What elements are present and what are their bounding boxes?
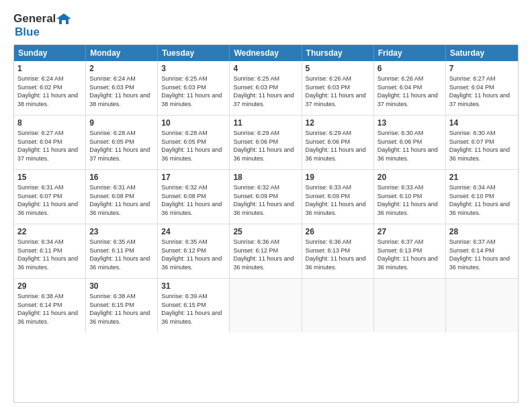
logo: General Blue	[13, 12, 71, 39]
cell-info: Sunrise: 6:38 AMSunset: 6:14 PMDaylight:…	[17, 292, 82, 326]
cell-info: Sunrise: 6:33 AMSunset: 6:10 PMDaylight:…	[378, 183, 442, 217]
calendar-cell: 16Sunrise: 6:31 AMSunset: 6:08 PMDayligh…	[86, 170, 158, 224]
day-number: 11	[233, 118, 298, 128]
day-number: 13	[378, 118, 442, 128]
cell-info: Sunrise: 6:35 AMSunset: 6:11 PMDaylight:…	[89, 238, 154, 271]
calendar-cell: 30Sunrise: 6:38 AMSunset: 6:15 PMDayligh…	[86, 279, 158, 332]
day-number: 15	[17, 172, 82, 183]
cell-info: Sunrise: 6:36 AMSunset: 6:13 PMDaylight:…	[306, 238, 370, 271]
calendar-cell: 26Sunrise: 6:36 AMSunset: 6:13 PMDayligh…	[302, 224, 374, 278]
calendar: SundayMondayTuesdayWednesdayThursdayFrid…	[13, 44, 519, 403]
cell-info: Sunrise: 6:28 AMSunset: 6:05 PMDaylight:…	[161, 129, 226, 163]
calendar-cell: 9Sunrise: 6:28 AMSunset: 6:05 PMDaylight…	[86, 116, 158, 169]
day-number: 24	[161, 226, 226, 237]
day-number: 8	[17, 118, 82, 128]
cell-info: Sunrise: 6:30 AMSunset: 6:07 PMDaylight:…	[449, 129, 515, 163]
day-number: 6	[378, 63, 442, 74]
calendar-cell: 17Sunrise: 6:32 AMSunset: 6:08 PMDayligh…	[158, 170, 230, 224]
calendar-cell: 29Sunrise: 6:38 AMSunset: 6:14 PMDayligh…	[14, 279, 86, 332]
cell-info: Sunrise: 6:37 AMSunset: 6:14 PMDaylight:…	[449, 238, 515, 271]
header-day-monday: Monday	[86, 45, 158, 61]
day-number: 2	[89, 63, 154, 74]
logo-general: General	[13, 12, 56, 26]
cell-info: Sunrise: 6:34 AMSunset: 6:11 PMDaylight:…	[17, 238, 82, 271]
calendar-cell: 22Sunrise: 6:34 AMSunset: 6:11 PMDayligh…	[14, 224, 86, 278]
day-number: 7	[449, 63, 515, 74]
calendar-cell: 19Sunrise: 6:33 AMSunset: 6:09 PMDayligh…	[302, 170, 374, 224]
day-number: 27	[378, 226, 442, 237]
cell-info: Sunrise: 6:26 AMSunset: 6:03 PMDaylight:…	[306, 75, 370, 108]
day-number: 10	[161, 118, 226, 128]
day-number: 29	[17, 281, 82, 291]
calendar-cell: 11Sunrise: 6:29 AMSunset: 6:06 PMDayligh…	[230, 116, 302, 169]
logo-blue: Blue	[13, 26, 40, 39]
header-day-friday: Friday	[374, 45, 446, 61]
cell-info: Sunrise: 6:25 AMSunset: 6:03 PMDaylight:…	[161, 75, 226, 108]
calendar-cell	[446, 279, 518, 332]
calendar-cell: 10Sunrise: 6:28 AMSunset: 6:05 PMDayligh…	[158, 116, 230, 169]
calendar-cell: 31Sunrise: 6:39 AMSunset: 6:15 PMDayligh…	[158, 279, 230, 332]
day-number: 18	[233, 172, 298, 183]
logo-flag-icon	[56, 13, 71, 24]
calendar-row-4: 22Sunrise: 6:34 AMSunset: 6:11 PMDayligh…	[14, 224, 518, 279]
calendar-cell: 2Sunrise: 6:24 AMSunset: 6:03 PMDaylight…	[86, 61, 158, 115]
calendar-cell: 4Sunrise: 6:25 AMSunset: 6:03 PMDaylight…	[230, 61, 302, 115]
day-number: 4	[233, 63, 298, 74]
calendar-row-2: 8Sunrise: 6:27 AMSunset: 6:04 PMDaylight…	[14, 116, 518, 170]
calendar-cell	[374, 279, 446, 332]
cell-info: Sunrise: 6:32 AMSunset: 6:08 PMDaylight:…	[161, 183, 226, 217]
cell-info: Sunrise: 6:29 AMSunset: 6:06 PMDaylight:…	[233, 129, 298, 163]
calendar-cell: 8Sunrise: 6:27 AMSunset: 6:04 PMDaylight…	[14, 116, 86, 169]
calendar-cell: 1Sunrise: 6:24 AMSunset: 6:02 PMDaylight…	[14, 61, 86, 115]
calendar-cell: 18Sunrise: 6:32 AMSunset: 6:09 PMDayligh…	[230, 170, 302, 224]
calendar-cell: 28Sunrise: 6:37 AMSunset: 6:14 PMDayligh…	[446, 224, 518, 278]
cell-info: Sunrise: 6:36 AMSunset: 6:12 PMDaylight:…	[233, 238, 298, 271]
header-day-tuesday: Tuesday	[158, 45, 230, 61]
calendar-cell: 25Sunrise: 6:36 AMSunset: 6:12 PMDayligh…	[230, 224, 302, 278]
calendar-cell: 23Sunrise: 6:35 AMSunset: 6:11 PMDayligh…	[86, 224, 158, 278]
page-header: General Blue	[13, 12, 519, 39]
cell-info: Sunrise: 6:29 AMSunset: 6:06 PMDaylight:…	[306, 129, 370, 163]
calendar-cell: 21Sunrise: 6:34 AMSunset: 6:10 PMDayligh…	[446, 170, 518, 224]
day-number: 5	[306, 63, 370, 74]
day-number: 19	[306, 172, 370, 183]
day-number: 31	[161, 281, 226, 291]
cell-info: Sunrise: 6:37 AMSunset: 6:13 PMDaylight:…	[378, 238, 442, 271]
cell-info: Sunrise: 6:32 AMSunset: 6:09 PMDaylight:…	[233, 183, 298, 217]
day-number: 16	[89, 172, 154, 183]
cell-info: Sunrise: 6:27 AMSunset: 6:04 PMDaylight:…	[17, 129, 82, 163]
calendar-cell: 7Sunrise: 6:27 AMSunset: 6:04 PMDaylight…	[446, 61, 518, 115]
header-day-saturday: Saturday	[446, 45, 518, 61]
calendar-cell	[302, 279, 374, 332]
day-number: 26	[306, 226, 370, 237]
header-day-wednesday: Wednesday	[230, 45, 302, 61]
day-number: 30	[89, 281, 154, 291]
day-number: 9	[89, 118, 154, 128]
day-number: 20	[378, 172, 442, 183]
calendar-header: SundayMondayTuesdayWednesdayThursdayFrid…	[14, 45, 518, 61]
day-number: 17	[161, 172, 226, 183]
header-day-thursday: Thursday	[302, 45, 374, 61]
cell-info: Sunrise: 6:34 AMSunset: 6:10 PMDaylight:…	[449, 183, 515, 217]
day-number: 23	[89, 226, 154, 237]
cell-info: Sunrise: 6:31 AMSunset: 6:08 PMDaylight:…	[89, 183, 154, 217]
day-number: 25	[233, 226, 298, 237]
cell-info: Sunrise: 6:35 AMSunset: 6:12 PMDaylight:…	[161, 238, 226, 271]
day-number: 21	[449, 172, 515, 183]
day-number: 1	[17, 63, 82, 74]
calendar-cell	[230, 279, 302, 332]
cell-info: Sunrise: 6:27 AMSunset: 6:04 PMDaylight:…	[449, 75, 515, 108]
day-number: 3	[161, 63, 226, 74]
cell-info: Sunrise: 6:28 AMSunset: 6:05 PMDaylight:…	[89, 129, 154, 163]
calendar-row-5: 29Sunrise: 6:38 AMSunset: 6:14 PMDayligh…	[14, 279, 518, 332]
day-number: 22	[17, 226, 82, 237]
calendar-cell: 24Sunrise: 6:35 AMSunset: 6:12 PMDayligh…	[158, 224, 230, 278]
cell-info: Sunrise: 6:30 AMSunset: 6:06 PMDaylight:…	[378, 129, 442, 163]
calendar-cell: 14Sunrise: 6:30 AMSunset: 6:07 PMDayligh…	[446, 116, 518, 169]
calendar-cell: 20Sunrise: 6:33 AMSunset: 6:10 PMDayligh…	[374, 170, 446, 224]
cell-info: Sunrise: 6:31 AMSunset: 6:07 PMDaylight:…	[17, 183, 82, 217]
day-number: 12	[306, 118, 370, 128]
cell-info: Sunrise: 6:24 AMSunset: 6:03 PMDaylight:…	[89, 75, 154, 108]
calendar-row-1: 1Sunrise: 6:24 AMSunset: 6:02 PMDaylight…	[14, 61, 518, 116]
header-day-sunday: Sunday	[14, 45, 86, 61]
